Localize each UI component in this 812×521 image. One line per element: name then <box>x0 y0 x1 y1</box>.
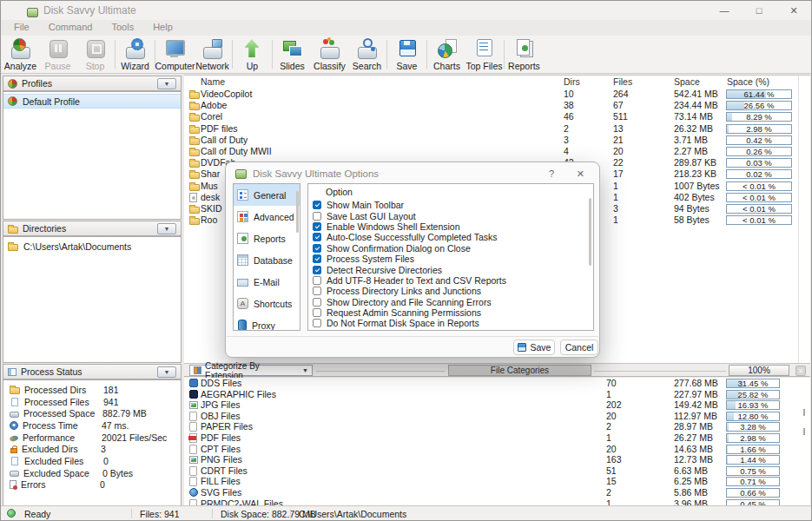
option-checkbox[interactable] <box>313 244 321 253</box>
option-checkbox[interactable] <box>313 287 321 295</box>
option-checkbox[interactable] <box>313 276 321 285</box>
scrollbar-thumb[interactable] <box>296 191 299 233</box>
option-checkbox[interactable] <box>313 233 321 241</box>
maximize-button[interactable]: □ <box>742 1 776 20</box>
table-row[interactable]: PDF Files 1 26.27 MB 2.98 % <box>184 432 810 444</box>
toolbar-button[interactable]: Network <box>194 36 231 73</box>
profile-item[interactable]: Default Profile <box>3 94 181 109</box>
option-checkbox[interactable] <box>313 212 321 221</box>
column-space-pct[interactable]: Space (%) <box>727 76 769 87</box>
option-label: Show Directory and File Scanning Errors <box>327 297 492 307</box>
cell-name: PNG Files <box>201 454 242 465</box>
option-row[interactable]: Do Not Format Disk Space in Reports <box>308 318 593 328</box>
option-row[interactable]: Process Directory Links and Junctions <box>308 286 593 296</box>
process-status-value: 882.79 MB <box>102 408 147 419</box>
toolbar-button[interactable]: Slides <box>274 36 311 73</box>
directory-item[interactable]: C:\Users\Artak\Documents <box>3 239 181 254</box>
table-row[interactable]: PNG Files 163 12.73 MB 1.44 % <box>184 454 810 465</box>
dialog-category-item[interactable]: Proxy <box>234 314 300 331</box>
table-row[interactable]: FILL Files 15 6.25 MB 0.71 % <box>184 476 810 487</box>
minimize-button[interactable]: — <box>707 1 742 20</box>
toolbar-button[interactable]: Charts <box>428 36 465 73</box>
option-row[interactable]: Show Directory and File Scanning Errors <box>308 297 593 307</box>
option-row[interactable]: Process System Files <box>308 254 593 264</box>
divider <box>290 509 291 518</box>
option-checkbox[interactable] <box>313 266 321 274</box>
toolbar-icon <box>201 38 224 60</box>
dialog-category-item[interactable]: Database <box>234 249 300 271</box>
column-space[interactable]: Space <box>674 76 700 87</box>
zoom-level[interactable]: 100% <box>729 365 789 376</box>
scrollbar-thumb[interactable] <box>589 198 591 266</box>
toolbar-button[interactable]: Computer <box>156 36 194 73</box>
option-row[interactable]: Enable Windows Shell Extension <box>308 221 593 232</box>
column-name[interactable]: Name <box>201 76 225 87</box>
space-percent-bar: 3.28 % <box>726 422 780 432</box>
option-row[interactable]: Add UTF-8 Header to Text and CSV Reports <box>308 275 593 286</box>
dialog-category-item[interactable]: Reports <box>234 228 300 249</box>
option-checkbox[interactable] <box>313 319 321 327</box>
toolbar-button[interactable]: Wizard <box>116 36 154 73</box>
toolbar-icon <box>319 38 341 60</box>
table-row[interactable]: PAPER Files 2 28.97 MB 3.28 % <box>184 421 810 432</box>
dialog-category-item[interactable]: Advanced <box>234 206 300 228</box>
option-row[interactable]: Detect Recursive Directories <box>308 264 593 274</box>
table-row[interactable]: DDS Files 70 277.68 MB 31.45 % <box>184 378 810 389</box>
file-categories-button[interactable]: File Categories <box>448 365 591 376</box>
toolbar-button[interactable]: Reports <box>505 36 543 73</box>
categorize-bar: Categorize By Extension ▼ File Categorie… <box>184 363 810 377</box>
table-row[interactable]: OBJ Files 20 112.97 MB 12.80 % <box>184 411 810 422</box>
table-row[interactable]: Call of Duty MWII 4 20 2.27 MB 0.26 % <box>184 146 810 157</box>
option-row[interactable]: Auto-Close Successfully Completed Tasks <box>308 232 593 242</box>
option-checkbox[interactable] <box>313 254 321 263</box>
dialog-help-button[interactable]: ? <box>549 168 554 179</box>
profiles-dropdown-button[interactable]: ▼ <box>157 78 176 89</box>
dialog-close-button[interactable]: ✕ <box>577 168 584 180</box>
cancel-button[interactable]: Cancel <box>560 340 598 355</box>
close-panel-icon[interactable]: ✕ <box>795 366 806 376</box>
menu-item[interactable]: Help <box>143 20 182 36</box>
toolbar-button[interactable]: Stop <box>76 36 114 73</box>
table-row[interactable]: Call of Duty 3 21 3.71 MB 0.42 % <box>184 135 810 146</box>
menu-item[interactable]: Command <box>39 20 102 36</box>
table-row[interactable]: CDRT Files 51 6.63 MB 0.75 % <box>184 465 810 477</box>
directories-dropdown-button[interactable]: ▼ <box>157 223 176 234</box>
process-status-dropdown-button[interactable]: ▼ <box>157 366 176 378</box>
toolbar-button[interactable]: Top Files <box>465 36 503 73</box>
option-checkbox[interactable] <box>313 308 321 317</box>
toolbar-button[interactable]: Save <box>388 36 426 73</box>
dialog-category-item[interactable]: General <box>234 184 300 206</box>
option-checkbox[interactable] <box>313 222 321 231</box>
toolbar-button[interactable]: Up <box>234 36 271 73</box>
toolbar-button[interactable]: Classify <box>311 36 348 73</box>
toolbar-button[interactable]: Pause <box>39 36 76 73</box>
categorize-mode-select[interactable]: Categorize By Extension ▼ <box>189 365 313 376</box>
option-checkbox[interactable] <box>313 201 321 209</box>
table-row[interactable]: AEGRAPHIC Files 1 227.97 MB 25.82 % <box>184 389 810 400</box>
scrollbar-mark[interactable] <box>803 409 805 416</box>
table-row[interactable]: Adobe 38 67 234.44 MB 26.56 % <box>184 100 810 111</box>
table-row[interactable]: VideoCopilot 10 264 542.41 MB 61.44 % <box>184 89 810 100</box>
option-row[interactable]: Show Confirmation Dialog on Close <box>308 243 593 254</box>
dialog-category-item[interactable]: Shortcuts <box>234 293 300 314</box>
table-row[interactable]: JPG Files 202 149.42 MB 16.93 % <box>184 399 810 411</box>
toolbar-button[interactable]: Search <box>348 36 386 73</box>
scrollbar-mark[interactable] <box>803 428 805 435</box>
dialog-category-item[interactable]: E-Mail <box>234 271 300 293</box>
menu-item[interactable]: Tools <box>102 20 143 36</box>
option-checkbox[interactable] <box>313 298 321 307</box>
table-row[interactable]: Corel 46 511 73.14 MB 8.29 % <box>184 111 810 122</box>
toolbar-button[interactable]: Analyze <box>2 36 39 73</box>
save-button[interactable]: Save <box>513 340 555 355</box>
column-dirs[interactable]: Dirs <box>564 76 580 87</box>
table-row[interactable]: PDF files 2 13 26.32 MB 2.98 % <box>184 123 810 135</box>
option-row[interactable]: Request Admin Scanning Permissions <box>308 307 593 318</box>
option-row[interactable]: Show Main Toolbar <box>308 200 593 210</box>
option-row[interactable]: Save Last GUI Layout <box>308 210 593 221</box>
cell-name: Mus <box>201 181 218 192</box>
table-row[interactable]: CPT Files 20 14.63 MB 1.66 % <box>184 444 810 455</box>
close-button[interactable]: ✕ <box>776 1 811 20</box>
menu-item[interactable]: File <box>4 20 39 36</box>
table-row[interactable]: SVG Files 2 5.86 MB 0.66 % <box>184 487 810 498</box>
column-files[interactable]: Files <box>613 76 632 87</box>
